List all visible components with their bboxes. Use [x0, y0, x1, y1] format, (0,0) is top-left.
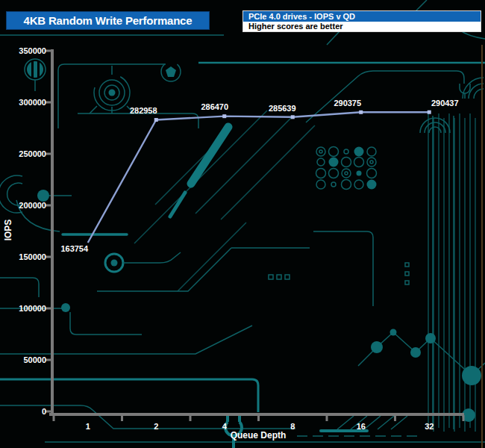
data-point-label: 285639 — [269, 104, 296, 113]
data-point-marker — [359, 111, 363, 114]
iops-line-chart: IOPS Queue Depth 05000010000015000020000… — [0, 0, 485, 448]
data-point-label: 163754 — [60, 244, 89, 253]
x-tick-label: 32 — [425, 422, 434, 431]
x-tick-label: 2 — [154, 422, 158, 431]
y-tick-label: 250000 — [19, 149, 46, 158]
x-tick-label: 16 — [357, 422, 366, 431]
x-axis-title: Queue Depth — [231, 430, 287, 441]
x-tick-label: 1 — [86, 422, 90, 431]
chart-title-bar: 4KB Random Write Performance — [6, 11, 210, 30]
data-point-marker — [222, 114, 226, 118]
chart-subtitle: PCIe 4.0 drives - IOPS v QD — [243, 11, 481, 22]
data-point-label: 282958 — [130, 106, 157, 115]
y-tick-label: 0 — [42, 407, 46, 416]
y-tick-label: 150000 — [19, 252, 46, 261]
data-point-label: 290437 — [431, 99, 459, 108]
data-point-marker — [291, 115, 295, 119]
iops-series-line — [88, 112, 430, 243]
x-tick-label: 4 — [222, 422, 228, 431]
y-tick-label: 200000 — [19, 201, 46, 210]
data-point-marker — [154, 118, 158, 122]
chart-info-box: PCIe 4.0 drives - IOPS v QD Higher score… — [242, 10, 481, 32]
chart-note: Higher scores are better — [243, 22, 481, 31]
y-tick-label: 50000 — [23, 355, 46, 364]
y-tick-label: 350000 — [19, 46, 46, 55]
x-tick-label: 8 — [290, 422, 295, 431]
data-point-marker — [428, 111, 431, 114]
y-axis-title: IOPS — [3, 220, 13, 241]
y-tick-label: 100000 — [19, 304, 46, 313]
y-tick-label: 300000 — [19, 98, 46, 107]
screenshot-root: IOPS Queue Depth 05000010000015000020000… — [0, 0, 485, 448]
chart-title: 4KB Random Write Performance — [24, 14, 193, 27]
data-point-label: 286470 — [201, 102, 228, 111]
data-point-label: 290375 — [334, 99, 361, 108]
